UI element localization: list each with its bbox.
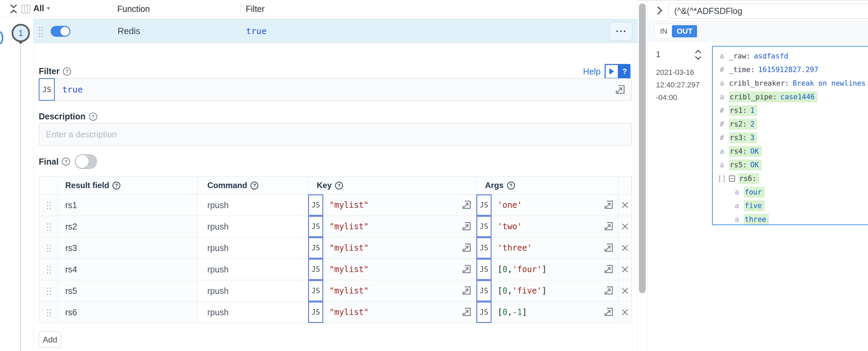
key-cell[interactable]: JS "mylist" xyxy=(308,237,476,258)
help-video-icon[interactable]: ? xyxy=(605,64,630,79)
help-question-icon[interactable]: ? xyxy=(250,182,258,189)
expand-editor-icon[interactable] xyxy=(461,199,473,211)
key-cell[interactable]: JS "mylist" xyxy=(308,280,476,301)
command-cell[interactable]: rpush xyxy=(198,302,308,323)
help-question-icon[interactable]: ? xyxy=(62,157,70,166)
args-cell[interactable]: JS 'two' xyxy=(476,216,619,237)
js-badge[interactable]: JS xyxy=(308,259,323,280)
args-value: 'one' xyxy=(491,200,603,210)
js-badge[interactable]: JS xyxy=(476,237,491,258)
expand-editor-icon[interactable] xyxy=(614,84,626,95)
js-badge[interactable]: JS xyxy=(476,259,491,280)
function-column-header: Function xyxy=(117,4,150,14)
command-cell[interactable]: rpush xyxy=(198,280,308,301)
key-value: "mylist" xyxy=(323,243,461,253)
row-drag-handle[interactable] xyxy=(39,237,58,258)
js-badge[interactable]: JS xyxy=(476,280,491,301)
function-enabled-toggle[interactable] xyxy=(51,26,70,37)
collapse-all-icon[interactable] xyxy=(10,4,18,14)
row-drag-handle[interactable] xyxy=(39,280,58,301)
code-segment: ] xyxy=(542,265,546,274)
group-filter-dropdown[interactable]: All ▾ xyxy=(33,3,50,13)
preview-search-input[interactable] xyxy=(669,3,868,19)
result-field-cell[interactable]: rs3 xyxy=(58,237,198,258)
collapse-field-icon[interactable] xyxy=(729,176,735,182)
row-drag-handle[interactable] xyxy=(39,216,58,237)
args-cell[interactable]: JS 'one' xyxy=(476,195,619,216)
remove-row-button[interactable] xyxy=(619,237,631,258)
js-badge[interactable]: JS xyxy=(476,216,491,237)
remove-row-button[interactable] xyxy=(619,195,631,216)
expand-editor-icon[interactable] xyxy=(461,221,473,232)
result-field-cell[interactable]: rs5 xyxy=(58,280,198,301)
expand-editor-icon[interactable] xyxy=(461,242,473,254)
help-question-icon[interactable]: ? xyxy=(335,182,343,189)
row-drag-handle[interactable] xyxy=(39,302,58,323)
remove-row-button[interactable] xyxy=(619,216,631,237)
expand-editor-icon[interactable] xyxy=(461,306,473,318)
args-cell[interactable]: JS [0,-1] xyxy=(476,302,619,323)
args-cell[interactable]: JS [0,'four'] xyxy=(476,259,619,280)
columns-icon[interactable] xyxy=(21,4,31,14)
js-badge[interactable]: JS xyxy=(308,237,323,258)
js-badge[interactable]: JS xyxy=(308,280,323,301)
expand-editor-icon[interactable] xyxy=(603,242,615,254)
tab-out[interactable]: OUT xyxy=(672,25,697,37)
add-row-button[interactable]: Add xyxy=(39,332,61,348)
expand-editor-icon[interactable] xyxy=(603,285,615,297)
row-drag-handle[interactable] xyxy=(39,195,58,216)
scrollbar-track[interactable] xyxy=(637,1,647,351)
string-type-icon: a xyxy=(717,93,727,101)
command-cell[interactable]: rpush xyxy=(198,259,308,280)
expand-editor-icon[interactable] xyxy=(603,221,615,232)
expand-editor-icon[interactable] xyxy=(461,264,473,275)
key-cell[interactable]: JS "mylist" xyxy=(308,259,476,280)
command-cell[interactable]: rpush xyxy=(198,195,308,216)
args-cell[interactable]: JS [0,'five'] xyxy=(476,280,619,301)
commands-table: Result field ? Command ? Key ? Args ? xyxy=(39,176,632,323)
function-header-row[interactable]: Redis true ••• xyxy=(34,19,637,43)
pipeline-connector-line xyxy=(20,44,21,351)
collapse-panel-icon[interactable] xyxy=(654,5,664,16)
scrollbar-thumb[interactable] xyxy=(639,3,646,293)
help-question-icon[interactable]: ? xyxy=(507,182,515,189)
expand-editor-icon[interactable] xyxy=(603,199,615,211)
key-cell[interactable]: JS "mylist" xyxy=(308,216,476,237)
row-drag-handle[interactable] xyxy=(39,259,58,280)
key-cell[interactable]: JS "mylist" xyxy=(308,195,476,216)
function-menu-button[interactable]: ••• xyxy=(609,22,632,41)
result-field-cell[interactable]: rs4 xyxy=(58,259,198,280)
result-field-cell[interactable]: rs6 xyxy=(58,302,198,323)
help-link[interactable]: Help ? xyxy=(583,64,630,79)
js-badge[interactable]: JS xyxy=(308,302,323,323)
command-cell[interactable]: rpush xyxy=(198,237,308,258)
table-row: rs5 rpush JS "mylist" JS [0,'five'] xyxy=(39,280,631,301)
command-cell[interactable]: rpush xyxy=(198,216,308,237)
result-field-cell[interactable]: rs1 xyxy=(58,195,198,216)
js-badge[interactable]: JS xyxy=(39,78,55,101)
description-input[interactable] xyxy=(39,123,632,146)
help-question-icon[interactable]: ? xyxy=(89,113,97,121)
remove-row-button[interactable] xyxy=(619,302,631,323)
event-field: afive xyxy=(717,199,868,213)
filter-expression-input[interactable]: true xyxy=(55,78,632,101)
expand-editor-icon[interactable] xyxy=(603,264,615,275)
js-badge[interactable]: JS xyxy=(476,195,491,216)
help-question-icon[interactable]: ? xyxy=(112,182,120,189)
tab-in[interactable]: IN xyxy=(656,25,672,37)
toggle-knob xyxy=(76,155,89,168)
key-cell[interactable]: JS "mylist" xyxy=(308,302,476,323)
remove-row-button[interactable] xyxy=(619,259,631,280)
result-field-cell[interactable]: rs2 xyxy=(58,216,198,237)
help-question-icon[interactable]: ? xyxy=(63,67,71,76)
args-cell[interactable]: JS 'three' xyxy=(476,237,619,258)
remove-row-button[interactable] xyxy=(619,280,631,301)
expand-editor-icon[interactable] xyxy=(461,285,473,297)
js-badge[interactable]: JS xyxy=(308,195,323,216)
drag-handle-icon[interactable] xyxy=(38,26,43,37)
js-badge[interactable]: JS xyxy=(476,302,491,323)
expand-editor-icon[interactable] xyxy=(603,306,615,318)
event-sort-control[interactable] xyxy=(694,49,702,61)
js-badge[interactable]: JS xyxy=(308,216,323,237)
final-toggle[interactable] xyxy=(75,154,97,169)
